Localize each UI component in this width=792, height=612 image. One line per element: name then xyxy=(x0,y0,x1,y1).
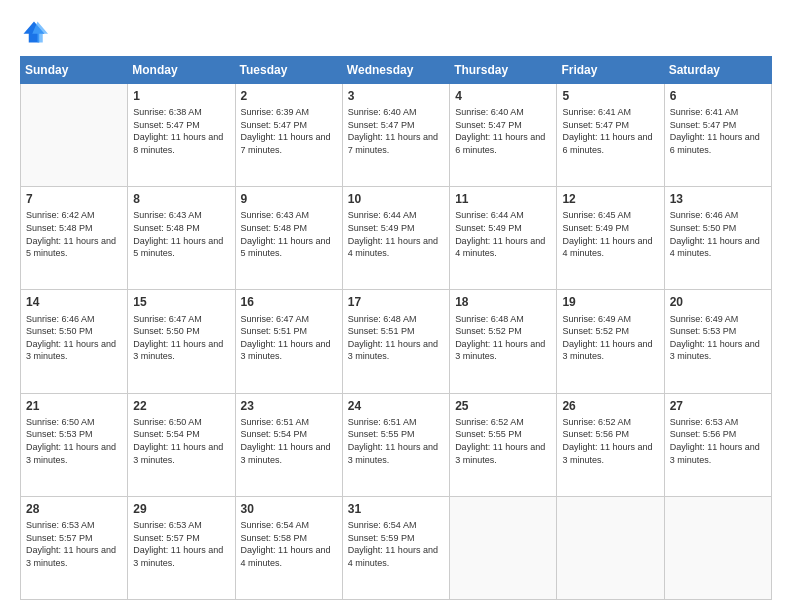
day-info: Sunrise: 6:50 AMSunset: 5:53 PMDaylight:… xyxy=(26,416,122,466)
calendar-cell xyxy=(664,496,771,599)
day-info: Sunrise: 6:40 AMSunset: 5:47 PMDaylight:… xyxy=(455,106,551,156)
day-info: Sunrise: 6:53 AMSunset: 5:57 PMDaylight:… xyxy=(133,519,229,569)
day-header-sunday: Sunday xyxy=(21,57,128,84)
calendar-cell xyxy=(21,84,128,187)
day-info: Sunrise: 6:46 AMSunset: 5:50 PMDaylight:… xyxy=(670,209,766,259)
page: SundayMondayTuesdayWednesdayThursdayFrid… xyxy=(0,0,792,612)
day-info: Sunrise: 6:49 AMSunset: 5:53 PMDaylight:… xyxy=(670,313,766,363)
calendar-cell: 31Sunrise: 6:54 AMSunset: 5:59 PMDayligh… xyxy=(342,496,449,599)
day-number: 4 xyxy=(455,88,551,104)
calendar-cell: 3Sunrise: 6:40 AMSunset: 5:47 PMDaylight… xyxy=(342,84,449,187)
calendar-cell: 12Sunrise: 6:45 AMSunset: 5:49 PMDayligh… xyxy=(557,187,664,290)
day-number: 2 xyxy=(241,88,337,104)
calendar-week-4: 21Sunrise: 6:50 AMSunset: 5:53 PMDayligh… xyxy=(21,393,772,496)
calendar-cell: 20Sunrise: 6:49 AMSunset: 5:53 PMDayligh… xyxy=(664,290,771,393)
day-number: 20 xyxy=(670,294,766,310)
day-info: Sunrise: 6:47 AMSunset: 5:51 PMDaylight:… xyxy=(241,313,337,363)
day-number: 11 xyxy=(455,191,551,207)
day-header-saturday: Saturday xyxy=(664,57,771,84)
day-number: 27 xyxy=(670,398,766,414)
calendar-cell: 11Sunrise: 6:44 AMSunset: 5:49 PMDayligh… xyxy=(450,187,557,290)
day-number: 15 xyxy=(133,294,229,310)
day-header-monday: Monday xyxy=(128,57,235,84)
day-info: Sunrise: 6:48 AMSunset: 5:51 PMDaylight:… xyxy=(348,313,444,363)
calendar-cell: 6Sunrise: 6:41 AMSunset: 5:47 PMDaylight… xyxy=(664,84,771,187)
calendar-cell: 2Sunrise: 6:39 AMSunset: 5:47 PMDaylight… xyxy=(235,84,342,187)
day-info: Sunrise: 6:43 AMSunset: 5:48 PMDaylight:… xyxy=(241,209,337,259)
day-info: Sunrise: 6:41 AMSunset: 5:47 PMDaylight:… xyxy=(562,106,658,156)
calendar-header-row: SundayMondayTuesdayWednesdayThursdayFrid… xyxy=(21,57,772,84)
calendar-cell xyxy=(450,496,557,599)
day-info: Sunrise: 6:48 AMSunset: 5:52 PMDaylight:… xyxy=(455,313,551,363)
day-number: 26 xyxy=(562,398,658,414)
day-number: 6 xyxy=(670,88,766,104)
day-info: Sunrise: 6:44 AMSunset: 5:49 PMDaylight:… xyxy=(455,209,551,259)
calendar-cell: 22Sunrise: 6:50 AMSunset: 5:54 PMDayligh… xyxy=(128,393,235,496)
day-info: Sunrise: 6:54 AMSunset: 5:59 PMDaylight:… xyxy=(348,519,444,569)
day-info: Sunrise: 6:53 AMSunset: 5:56 PMDaylight:… xyxy=(670,416,766,466)
day-info: Sunrise: 6:44 AMSunset: 5:49 PMDaylight:… xyxy=(348,209,444,259)
day-info: Sunrise: 6:39 AMSunset: 5:47 PMDaylight:… xyxy=(241,106,337,156)
day-number: 8 xyxy=(133,191,229,207)
day-number: 24 xyxy=(348,398,444,414)
day-info: Sunrise: 6:47 AMSunset: 5:50 PMDaylight:… xyxy=(133,313,229,363)
day-info: Sunrise: 6:45 AMSunset: 5:49 PMDaylight:… xyxy=(562,209,658,259)
day-number: 9 xyxy=(241,191,337,207)
day-header-tuesday: Tuesday xyxy=(235,57,342,84)
calendar-cell: 10Sunrise: 6:44 AMSunset: 5:49 PMDayligh… xyxy=(342,187,449,290)
day-number: 29 xyxy=(133,501,229,517)
day-number: 10 xyxy=(348,191,444,207)
calendar-cell: 15Sunrise: 6:47 AMSunset: 5:50 PMDayligh… xyxy=(128,290,235,393)
calendar-week-3: 14Sunrise: 6:46 AMSunset: 5:50 PMDayligh… xyxy=(21,290,772,393)
day-header-thursday: Thursday xyxy=(450,57,557,84)
logo xyxy=(20,18,52,46)
calendar-cell: 25Sunrise: 6:52 AMSunset: 5:55 PMDayligh… xyxy=(450,393,557,496)
day-number: 14 xyxy=(26,294,122,310)
day-number: 19 xyxy=(562,294,658,310)
header xyxy=(20,18,772,46)
calendar-cell: 16Sunrise: 6:47 AMSunset: 5:51 PMDayligh… xyxy=(235,290,342,393)
day-header-wednesday: Wednesday xyxy=(342,57,449,84)
day-number: 7 xyxy=(26,191,122,207)
calendar-cell: 28Sunrise: 6:53 AMSunset: 5:57 PMDayligh… xyxy=(21,496,128,599)
calendar-cell: 9Sunrise: 6:43 AMSunset: 5:48 PMDaylight… xyxy=(235,187,342,290)
calendar-week-2: 7Sunrise: 6:42 AMSunset: 5:48 PMDaylight… xyxy=(21,187,772,290)
day-info: Sunrise: 6:51 AMSunset: 5:54 PMDaylight:… xyxy=(241,416,337,466)
calendar-cell: 8Sunrise: 6:43 AMSunset: 5:48 PMDaylight… xyxy=(128,187,235,290)
day-number: 12 xyxy=(562,191,658,207)
calendar-cell: 27Sunrise: 6:53 AMSunset: 5:56 PMDayligh… xyxy=(664,393,771,496)
calendar-cell: 1Sunrise: 6:38 AMSunset: 5:47 PMDaylight… xyxy=(128,84,235,187)
day-info: Sunrise: 6:53 AMSunset: 5:57 PMDaylight:… xyxy=(26,519,122,569)
calendar: SundayMondayTuesdayWednesdayThursdayFrid… xyxy=(20,56,772,600)
calendar-cell: 5Sunrise: 6:41 AMSunset: 5:47 PMDaylight… xyxy=(557,84,664,187)
day-number: 31 xyxy=(348,501,444,517)
day-header-friday: Friday xyxy=(557,57,664,84)
calendar-cell: 30Sunrise: 6:54 AMSunset: 5:58 PMDayligh… xyxy=(235,496,342,599)
day-number: 3 xyxy=(348,88,444,104)
day-info: Sunrise: 6:43 AMSunset: 5:48 PMDaylight:… xyxy=(133,209,229,259)
day-number: 13 xyxy=(670,191,766,207)
calendar-cell: 18Sunrise: 6:48 AMSunset: 5:52 PMDayligh… xyxy=(450,290,557,393)
calendar-cell: 24Sunrise: 6:51 AMSunset: 5:55 PMDayligh… xyxy=(342,393,449,496)
calendar-cell: 26Sunrise: 6:52 AMSunset: 5:56 PMDayligh… xyxy=(557,393,664,496)
calendar-week-5: 28Sunrise: 6:53 AMSunset: 5:57 PMDayligh… xyxy=(21,496,772,599)
calendar-cell: 21Sunrise: 6:50 AMSunset: 5:53 PMDayligh… xyxy=(21,393,128,496)
day-number: 16 xyxy=(241,294,337,310)
logo-icon xyxy=(20,18,48,46)
day-number: 28 xyxy=(26,501,122,517)
day-info: Sunrise: 6:40 AMSunset: 5:47 PMDaylight:… xyxy=(348,106,444,156)
calendar-cell: 17Sunrise: 6:48 AMSunset: 5:51 PMDayligh… xyxy=(342,290,449,393)
day-info: Sunrise: 6:49 AMSunset: 5:52 PMDaylight:… xyxy=(562,313,658,363)
calendar-cell: 7Sunrise: 6:42 AMSunset: 5:48 PMDaylight… xyxy=(21,187,128,290)
calendar-cell: 29Sunrise: 6:53 AMSunset: 5:57 PMDayligh… xyxy=(128,496,235,599)
day-number: 23 xyxy=(241,398,337,414)
day-info: Sunrise: 6:42 AMSunset: 5:48 PMDaylight:… xyxy=(26,209,122,259)
day-number: 5 xyxy=(562,88,658,104)
calendar-cell: 14Sunrise: 6:46 AMSunset: 5:50 PMDayligh… xyxy=(21,290,128,393)
day-number: 30 xyxy=(241,501,337,517)
day-number: 1 xyxy=(133,88,229,104)
day-info: Sunrise: 6:52 AMSunset: 5:55 PMDaylight:… xyxy=(455,416,551,466)
calendar-cell: 23Sunrise: 6:51 AMSunset: 5:54 PMDayligh… xyxy=(235,393,342,496)
day-info: Sunrise: 6:54 AMSunset: 5:58 PMDaylight:… xyxy=(241,519,337,569)
day-info: Sunrise: 6:51 AMSunset: 5:55 PMDaylight:… xyxy=(348,416,444,466)
